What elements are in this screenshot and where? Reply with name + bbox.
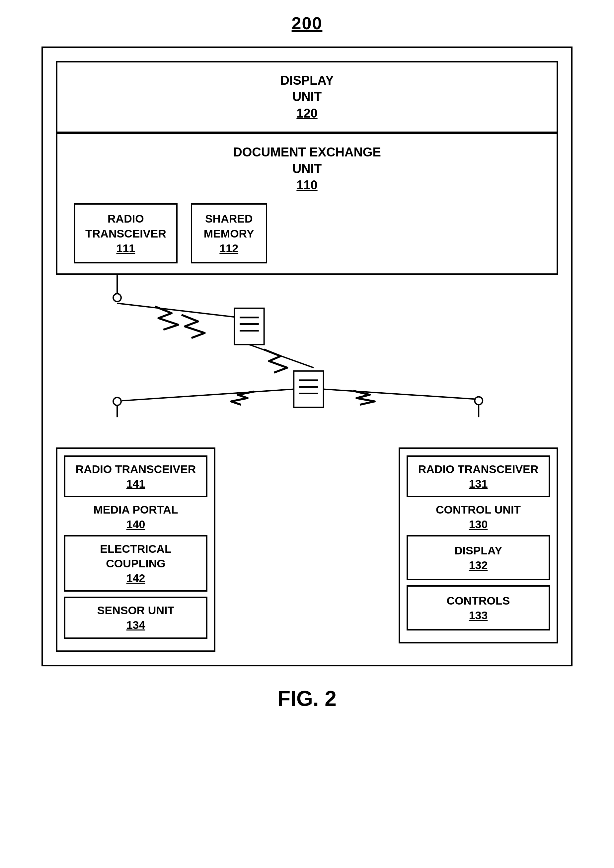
- shared-memory-112-box: SHARED MEMORY 112: [191, 203, 267, 263]
- display-unit-120: DISPLAY UNIT 120: [56, 61, 558, 133]
- controls-133-label: CONTROLS 133: [414, 593, 542, 622]
- radio-transceiver-131-label: RADIO TRANSCEIVER 131: [414, 462, 542, 491]
- controls-133-box: CONTROLS 133: [406, 585, 550, 630]
- svg-line-11: [122, 389, 294, 401]
- electrical-coupling-142-label: ELECTRICAL COUPLING 142: [72, 541, 200, 586]
- doc-exchange-number: 110: [296, 178, 317, 192]
- connection-svg: [56, 275, 558, 448]
- svg-line-14: [324, 389, 476, 399]
- page-title: 200: [292, 13, 323, 33]
- radio-transceiver-111-box: RADIO TRANSCEIVER 111: [74, 203, 178, 263]
- shared-memory-112-label: SHARED MEMORY 112: [202, 211, 256, 255]
- bottom-section: RADIO TRANSCEIVER 141 MEDIA PORTAL 140 E…: [56, 448, 558, 652]
- svg-point-16: [474, 397, 482, 404]
- control-unit-label: CONTROL UNIT 130: [406, 502, 550, 532]
- media-portal-140: RADIO TRANSCEIVER 141 MEDIA PORTAL 140 E…: [56, 448, 216, 652]
- diagram-container: DISPLAY UNIT 120 DOCUMENT EXCHANGE UNIT …: [42, 47, 572, 666]
- svg-rect-7: [294, 371, 324, 407]
- radio-transceiver-131-box: RADIO TRANSCEIVER 131: [406, 456, 550, 497]
- svg-point-1: [113, 294, 121, 302]
- display-132-box: DISPLAY 132: [406, 535, 550, 580]
- radio-transceiver-111-label: RADIO TRANSCEIVER 111: [85, 211, 166, 255]
- middle-section: [56, 275, 558, 448]
- sensor-unit-134-label: SENSOR UNIT 134: [72, 603, 200, 632]
- display-unit-number: 120: [296, 106, 317, 120]
- media-portal-label: MEDIA PORTAL 140: [64, 502, 208, 532]
- control-unit-130: RADIO TRANSCEIVER 131 CONTROL UNIT 130 D…: [398, 448, 558, 644]
- radio-transceiver-141-label: RADIO TRANSCEIVER 141: [72, 462, 200, 491]
- fig-label: FIG. 2: [278, 686, 336, 711]
- doc-exchange-unit-110: DOCUMENT EXCHANGE UNIT 110 RADIO TRANSCE…: [56, 133, 558, 275]
- svg-rect-2: [234, 308, 264, 344]
- radio-transceiver-141-box: RADIO TRANSCEIVER 141: [64, 456, 208, 497]
- svg-line-6: [249, 344, 314, 368]
- svg-point-13: [113, 397, 121, 405]
- electrical-coupling-142-box: ELECTRICAL COUPLING 142: [64, 535, 208, 592]
- display-unit-label: DISPLAY UNIT 120: [67, 72, 547, 121]
- sensor-unit-134-box: SENSOR UNIT 134: [64, 597, 208, 638]
- display-132-label: DISPLAY 132: [414, 543, 542, 572]
- doc-exchange-label: DOCUMENT EXCHANGE UNIT 110: [67, 144, 547, 193]
